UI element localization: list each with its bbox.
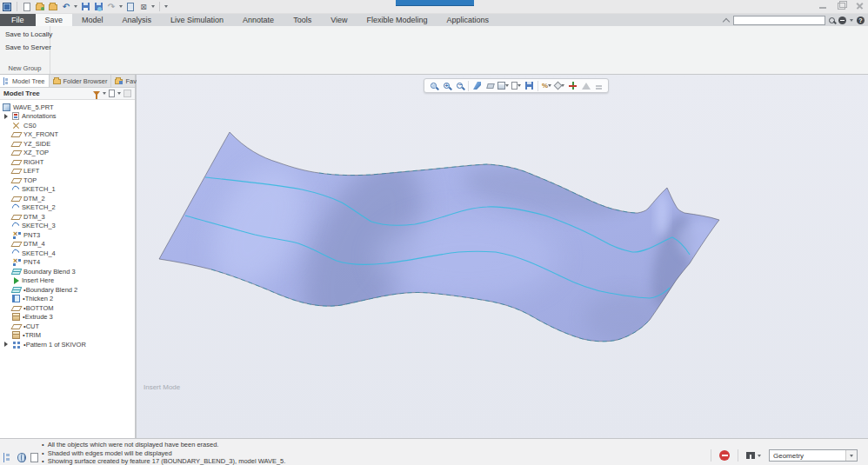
tree-row[interactable]: LEFT xyxy=(0,167,135,176)
web-browser-toggle-icon[interactable] xyxy=(17,453,27,462)
tree-row[interactable]: Annotations xyxy=(0,112,135,122)
new-file-icon[interactable] xyxy=(22,2,32,12)
save-to-server-button[interactable]: Save to Server xyxy=(3,42,50,53)
undo-icon[interactable]: ↶ xyxy=(61,2,71,12)
tree-row[interactable]: SKETCH_2 xyxy=(0,203,135,213)
shading-icon[interactable] xyxy=(484,80,496,91)
tab-folder-browser[interactable]: Folder Browser xyxy=(50,75,112,87)
capture-menu-icon[interactable] xyxy=(850,19,853,22)
tree-row[interactable]: •Boundary Blend 2 xyxy=(0,285,135,295)
view-manager-icon[interactable] xyxy=(524,80,535,91)
selection-filter-dropdown-icon[interactable] xyxy=(845,450,857,461)
open-folder-icon[interactable] xyxy=(48,2,58,12)
customize-quick-access-icon[interactable] xyxy=(151,5,155,8)
help-icon[interactable]: ? xyxy=(857,17,865,24)
tab-model-tree[interactable]: Model Tree xyxy=(0,75,50,87)
stop-icon[interactable] xyxy=(719,450,730,461)
refit-icon[interactable] xyxy=(428,80,439,91)
trim-icon xyxy=(12,332,20,339)
tree-row[interactable]: SKETCH_3 xyxy=(0,222,135,231)
app-menu-icon[interactable] xyxy=(2,2,12,12)
redo-menu-icon[interactable] xyxy=(119,5,123,8)
tab-tools[interactable]: Tools xyxy=(284,14,321,26)
selection-filter-select[interactable]: Geometry xyxy=(769,449,858,462)
spin-center-icon[interactable] xyxy=(567,80,578,91)
tree-row[interactable]: SKETCH_1 xyxy=(0,185,135,195)
tree-row[interactable]: TOP xyxy=(0,176,135,185)
screen-capture-icon[interactable] xyxy=(838,17,846,24)
tree-row[interactable]: YZ_SIDE xyxy=(0,139,135,149)
navigator-panel: Model Tree Folder Browser Favorites Mode… xyxy=(0,75,137,438)
thicken-icon xyxy=(12,295,20,302)
tree-row[interactable]: •TRIM xyxy=(0,331,135,341)
close-icon[interactable] xyxy=(854,2,865,10)
tree-filter-icon[interactable] xyxy=(93,91,100,96)
tab-live-simulation[interactable]: Live Simulation xyxy=(161,14,233,26)
redo-icon[interactable]: ↷ xyxy=(106,2,117,12)
repaint-icon[interactable] xyxy=(471,80,483,91)
datum-plane-icon xyxy=(10,132,22,137)
model-surface[interactable] xyxy=(137,75,868,438)
navigator-toggle-icon[interactable] xyxy=(3,453,13,462)
message-log: All the objects which were not displayed… xyxy=(42,439,711,465)
tab-annotate[interactable]: Annotate xyxy=(233,14,284,26)
tree-filter-menu-icon[interactable] xyxy=(103,92,106,95)
tree-row[interactable]: •Pattern 1 of SKIVOR xyxy=(0,340,135,349)
tree-row[interactable]: •CUT xyxy=(0,322,135,331)
tab-analysis[interactable]: Analysis xyxy=(113,14,162,26)
tab-flexible-modeling[interactable]: Flexible Modeling xyxy=(357,14,437,26)
save-to-locally-button[interactable]: Save to Locally xyxy=(3,29,50,40)
open-icon[interactable] xyxy=(35,2,45,12)
tab-model[interactable]: Model xyxy=(72,14,113,26)
tree-row[interactable]: Boundary Blend 3 xyxy=(0,267,135,276)
zoom-in-icon[interactable] xyxy=(441,80,452,91)
display-style-icon[interactable] xyxy=(497,80,509,91)
tab-view[interactable]: View xyxy=(321,14,357,26)
tree-row[interactable]: CS0 xyxy=(0,121,135,130)
datum-display-filters-icon[interactable]: % xyxy=(541,80,552,91)
tree-row[interactable]: WAVE_5.PRT xyxy=(0,103,135,112)
minimize-icon[interactable] xyxy=(818,2,828,10)
tab-save[interactable]: Save xyxy=(36,14,73,26)
tree-columns-menu-icon[interactable] xyxy=(117,92,121,95)
tab-file[interactable]: File xyxy=(0,14,36,26)
regenerate-icon[interactable] xyxy=(125,2,136,12)
tree-row[interactable]: XZ_TOP xyxy=(0,149,135,158)
save-to-server-label: Save to Server xyxy=(5,43,51,51)
tree-row[interactable]: PNT4 xyxy=(0,258,135,268)
collapse-ribbon-icon[interactable] xyxy=(723,17,730,23)
find-icon[interactable] xyxy=(746,452,755,459)
tree-row[interactable]: DTM_2 xyxy=(0,194,135,203)
tree-row[interactable]: •Thicken 2 xyxy=(0,295,135,304)
tree-row[interactable]: •BOTTOM xyxy=(0,303,135,313)
part-icon xyxy=(3,103,10,111)
zoom-out-icon[interactable] xyxy=(454,80,465,91)
tree-row[interactable]: DTM_4 xyxy=(0,240,135,249)
sketch-icon xyxy=(10,184,20,194)
tree-row[interactable]: SKETCH_4 xyxy=(0,249,135,258)
command-search-input[interactable] xyxy=(733,16,825,25)
annotation-display-icon[interactable] xyxy=(554,80,565,91)
search-icon[interactable] xyxy=(829,17,835,23)
tree-row[interactable]: DTM_3 xyxy=(0,212,135,222)
save-to-server-icon[interactable] xyxy=(93,2,103,12)
expand-arrow-icon[interactable] xyxy=(4,342,12,347)
save-icon[interactable] xyxy=(80,2,90,12)
tree-row[interactable]: YX_FRONT xyxy=(0,130,135,140)
undo-menu-icon[interactable] xyxy=(74,5,77,8)
expand-arrow-icon[interactable] xyxy=(4,114,12,119)
tree-row-insert-here[interactable]: Insert Here xyxy=(0,276,135,286)
new-object-icon[interactable] xyxy=(30,453,38,462)
window-icon[interactable]: ⊠ xyxy=(138,2,149,12)
tree-columns-icon[interactable] xyxy=(109,90,115,97)
tree-row[interactable]: RIGHT xyxy=(0,157,135,167)
restore-icon[interactable] xyxy=(836,2,846,10)
tree-row[interactable]: PNT3 xyxy=(0,230,135,240)
qat-overflow-icon[interactable] xyxy=(164,5,168,8)
tree-row[interactable]: •Extrude 3 xyxy=(0,313,135,322)
find-menu-icon[interactable] xyxy=(758,455,761,457)
saved-views-icon[interactable] xyxy=(511,80,522,91)
tab-applications[interactable]: Applications xyxy=(437,14,499,26)
graphics-viewport[interactable]: % xyxy=(137,75,868,438)
creo-window: ↶ ↷ ⊠ File Save Model Analysis Live Simu… xyxy=(0,0,868,465)
